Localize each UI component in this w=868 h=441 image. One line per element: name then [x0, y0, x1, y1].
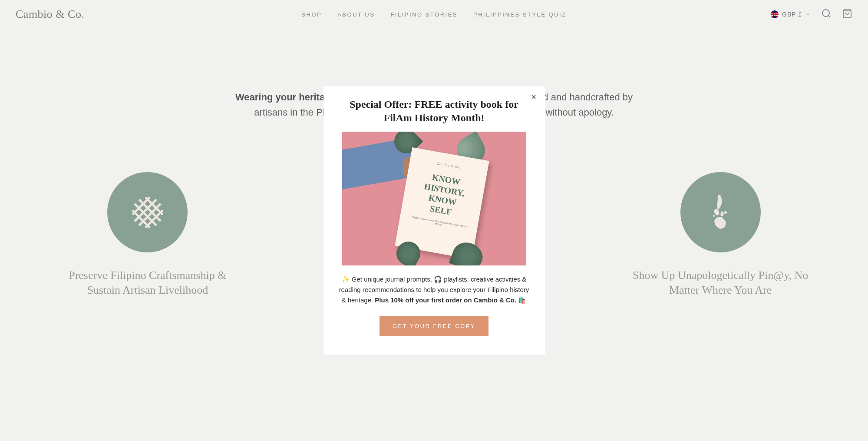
modal-title: Special Offer: FREE activity book for Fi…: [345, 98, 523, 125]
close-icon: [530, 93, 537, 100]
book-headline: KNOW HISTORY, KNOW SELF: [407, 169, 479, 221]
modal-image: Cambio & Co. KNOW HISTORY, KNOW SELF A D…: [342, 132, 526, 265]
desc-bold: Plus 10% off your first order on Cambio …: [375, 296, 526, 304]
get-free-copy-button[interactable]: GET YOUR FREE COPY: [380, 316, 488, 332]
close-button[interactable]: [530, 93, 537, 103]
offer-modal: Special Offer: FREE activity book for Fi…: [323, 86, 545, 332]
modal-overlay[interactable]: Special Offer: FREE activity book for Fi…: [0, 0, 868, 332]
modal-description: ✨ Get unique journal prompts, 🎧 playlist…: [332, 274, 536, 305]
